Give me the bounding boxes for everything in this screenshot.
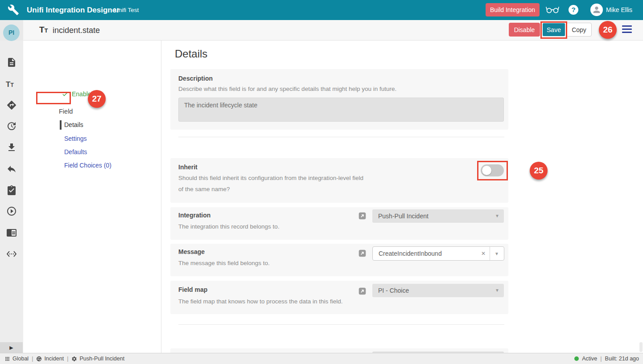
- integration-value: Push-Pull Incident: [378, 209, 429, 223]
- annotation-badge-25: 25: [530, 162, 548, 180]
- integration-label: Integration: [178, 212, 210, 219]
- description-textarea[interactable]: The incident lifecycle state: [178, 98, 504, 122]
- message-combobox[interactable]: CreateIncidentInbound ✕ ▼: [372, 246, 504, 261]
- nav-item-details[interactable]: Details: [64, 121, 83, 128]
- incident-icon: [36, 356, 42, 362]
- chevron-down-icon: ▼: [495, 209, 499, 223]
- play-circle-icon[interactable]: [6, 206, 17, 217]
- build-integration-button[interactable]: Build Integration: [486, 3, 540, 16]
- user-name: Mike Ellis: [606, 0, 632, 20]
- nav-item-field-choices[interactable]: Field Choices (0): [64, 162, 111, 169]
- reply-icon[interactable]: [6, 164, 17, 174]
- next-section-card-partial: [170, 348, 508, 353]
- integration-help: The integration this record belongs to.: [178, 223, 280, 230]
- active-item-bar: [60, 120, 62, 130]
- section-divider: [178, 137, 504, 137]
- save-button[interactable]: Save: [543, 23, 565, 36]
- field-map-value: PI - Choice: [378, 284, 409, 297]
- download-icon[interactable]: [6, 142, 17, 153]
- grid-icon: [4, 356, 10, 362]
- nav-item-settings[interactable]: Settings: [64, 135, 87, 142]
- scrollbar-thumb[interactable]: [639, 342, 643, 352]
- inherit-toggle[interactable]: [481, 164, 504, 176]
- gear-icon: [71, 356, 77, 362]
- scope-label: Global: [12, 356, 29, 362]
- hamburger-menu-icon[interactable]: [622, 25, 632, 35]
- field-map-card: Field map The field map that knows how t…: [170, 281, 508, 314]
- record-toolbar: PI TT incident.state Disable Save Copy: [0, 20, 643, 41]
- table-link[interactable]: Incident: [36, 356, 64, 362]
- record-nav-panel: Enabled Field Details Settings Defaults …: [23, 41, 161, 353]
- record-title: incident.state: [53, 20, 100, 41]
- description-card: Description Describe what this field is …: [170, 69, 508, 130]
- history-icon[interactable]: [6, 121, 17, 131]
- chevron-down-icon: ▼: [495, 284, 499, 297]
- wrench-icon: [8, 4, 19, 17]
- code-icon[interactable]: [6, 249, 17, 259]
- copy-button[interactable]: Copy: [566, 23, 592, 37]
- inherit-help-line2: of the same name?: [178, 186, 230, 192]
- integration-avatar[interactable]: PI: [3, 25, 20, 41]
- spectacles-icon[interactable]: [546, 5, 559, 16]
- combobox-divider: [490, 247, 490, 260]
- app-title: Unifi Integration Designer: [27, 0, 120, 20]
- nav-item-defaults[interactable]: Defaults: [64, 148, 87, 155]
- page-title: Details: [175, 48, 207, 60]
- description-help: Describe what this field is for and any …: [178, 86, 396, 92]
- annotation-badge-27: 27: [88, 90, 106, 108]
- separator: |: [32, 356, 33, 362]
- field-map-help: The field map that knows how to process …: [178, 298, 342, 305]
- message-value: CreateIncidentInbound: [379, 247, 442, 260]
- toggle-knob: [482, 166, 491, 175]
- check-icon: [62, 90, 69, 98]
- message-card: Message The message this field belongs t…: [170, 244, 508, 276]
- integration-link[interactable]: Push-Pull Incident: [71, 356, 124, 362]
- text-field-icon: TT: [39, 25, 48, 35]
- active-label: Active: [582, 356, 597, 362]
- integration-dropdown[interactable]: Push-Pull Incident ▼: [372, 209, 504, 223]
- nav-section-label: Field: [59, 108, 73, 115]
- inherit-card: Inherit Should this field inherit its co…: [170, 158, 508, 203]
- built-label: Built: 21d ago: [605, 356, 639, 362]
- expand-sidebar-button[interactable]: ▶: [0, 342, 23, 353]
- app-window: Unifi Integration Designer Unifi Test Bu…: [0, 0, 643, 364]
- message-label: Message: [178, 248, 205, 255]
- user-avatar[interactable]: [590, 4, 603, 16]
- goto-record-icon[interactable]: [359, 287, 366, 295]
- description-label: Description: [178, 75, 213, 82]
- directions-icon[interactable]: [6, 100, 17, 110]
- disable-button[interactable]: Disable: [509, 23, 540, 37]
- scope-link[interactable]: Global: [4, 356, 29, 362]
- section-divider: [178, 324, 504, 325]
- reader-icon[interactable]: [6, 227, 17, 238]
- inherit-label: Inherit: [178, 164, 198, 171]
- separator: |: [600, 356, 602, 362]
- goto-record-icon[interactable]: [359, 249, 366, 257]
- environment-label: Unifi Test: [114, 0, 139, 20]
- field-map-label: Field map: [178, 286, 207, 293]
- goto-record-icon[interactable]: [359, 212, 366, 220]
- clear-icon[interactable]: ✕: [481, 247, 486, 260]
- text-field-icon[interactable]: TT: [6, 80, 18, 91]
- integration-card: Integration The integration this record …: [170, 207, 508, 240]
- status-bar: Global | Incident | Push-Pull Incident A…: [0, 353, 643, 364]
- main-content: Details Description Describe what this f…: [162, 41, 643, 353]
- table-label: Incident: [44, 356, 64, 362]
- tasks-icon[interactable]: [6, 185, 17, 196]
- message-help: The message this field belongs to.: [178, 260, 270, 266]
- annotation-badge-26: 26: [599, 21, 617, 39]
- field-map-dropdown[interactable]: PI - Choice ▼: [372, 284, 504, 297]
- chevron-down-icon[interactable]: ▼: [495, 247, 499, 260]
- active-status-icon: [574, 356, 579, 361]
- inherit-help-line1: Should this field inherit its configurat…: [178, 175, 363, 181]
- help-icon[interactable]: ?: [569, 5, 578, 15]
- separator: |: [67, 356, 68, 362]
- integration-label: Push-Pull Incident: [79, 356, 124, 362]
- app-header: Unifi Integration Designer Unifi Test Bu…: [0, 0, 643, 20]
- document-icon[interactable]: [6, 57, 17, 68]
- icon-rail: TT ▶: [0, 41, 23, 353]
